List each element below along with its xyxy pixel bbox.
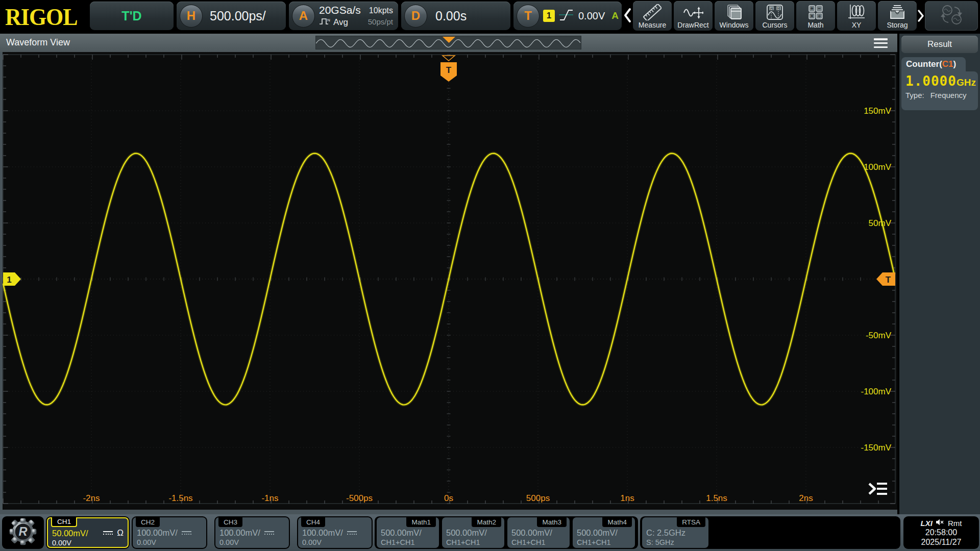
menu-button-measure[interactable]: Measure [633,1,672,31]
ch3-tab: CH3 [218,517,242,527]
rtsa-tab: RTSA [677,517,705,527]
xy-icon [847,4,866,21]
trigger-sweep-mode: A [611,10,619,21]
x-axis-label: 0s [444,493,453,503]
speaker-muted-icon [936,518,945,528]
toolbar-collapse-left-icon[interactable] [623,7,631,23]
menu-button-math[interactable]: +− ×÷ Math [796,1,835,31]
delay-settings-button[interactable]: D 0.00s [401,2,510,30]
ch1-scale: 50.00mV/ [52,529,88,538]
counter-source: C1 [942,59,953,69]
y-axis-label: -150mV [861,443,891,453]
trigger-level-value: 0.00V [578,10,605,22]
remote-badge: Rmt [948,519,962,528]
menu-label: Storag [887,21,908,29]
trigger-knob[interactable]: T [517,5,540,28]
y-axis-label: -50mV [866,331,892,340]
math2-card[interactable]: Math2 500.00mV/ CH1+CH1 [442,517,504,548]
sample-rate-value: 20GSa/s [319,4,361,16]
channel-card-ch4-block: CH4 100.00mV/ 0.00V [297,516,373,549]
math1-tab: Math1 [406,517,436,527]
x-axis-label: 500ps [526,493,550,503]
ch4-scale: 100.00mV/ [302,528,343,538]
counter-type-label: Type: [905,91,924,99]
delay-knob[interactable]: D [404,5,427,28]
svg-text:×: × [811,13,814,19]
dc-coupling-icon [103,531,113,536]
math4-scale: 500.00mV/ [577,528,618,538]
grid-menu-expand-icon[interactable] [866,480,890,498]
impedance-icon: Ω [117,528,124,538]
memory-depth-value: 10kpts [369,6,393,15]
horizontal-knob[interactable]: H [180,5,203,28]
channel-card-ch1-block: CH1 50.00mV/ Ω 0.00V [46,516,130,549]
draw-rect-icon [683,4,703,21]
menu-button-cursors[interactable]: A B Cursors [755,1,794,31]
system-time: 20:58:00 [925,528,957,537]
rtsa-card[interactable]: RTSA C: 2.5GHz S: 5GHz [642,517,708,548]
x-axis-label: -2ns [83,493,100,503]
rigol-gear-icon: R [8,517,38,548]
math4-card[interactable]: Math4 500.00mV/ CH1+CH1 [573,517,635,548]
menu-button-storage[interactable]: Storag [878,1,917,31]
record-preview-strip[interactable] [315,36,581,49]
channel-card-ch1[interactable]: CH1 50.00mV/ Ω 0.00V [47,517,129,548]
channel-card-ch2[interactable]: CH2 100.00mV/ 0.00V [133,517,206,548]
channel1-level-marker[interactable] [3,272,21,286]
y-axis-label: 100mV [864,162,892,172]
system-date: 2025/11/27 [921,537,962,547]
menu-button-xy[interactable]: XY [837,1,876,31]
menu-button-drawrect[interactable]: DrawRect [674,1,713,31]
math2-expr: CH1+CH1 [446,538,500,546]
x-axis-label: 1.5ns [706,493,727,503]
ch2-tab: CH2 [136,517,160,527]
svg-text:+: + [811,6,814,11]
result-panel-header[interactable]: Result [901,36,978,53]
trigger-status-button[interactable]: T'D [90,2,174,30]
channel-card-ch4[interactable]: CH4 100.00mV/ 0.00V [298,517,372,548]
counter-result-card[interactable]: Counter(C1) 1.0000 GHz Type: Frequency [901,57,978,111]
math4-tab: Math4 [602,517,632,527]
trigger-level-label: T [886,275,891,285]
trigger-position-label: T [446,65,452,75]
math3-card[interactable]: Math3 500.00mV/ CH1+CH1 [507,517,570,548]
top-toolbar: RIGOL T'D H 500.00ps/ A 20GSa/s N [0,0,980,32]
screen-edge-bottom [0,510,897,514]
acquisition-settings-button[interactable]: A 20GSa/s N Avg 10kpts [289,2,398,30]
math1-card[interactable]: Math1 500.00mV/ CH1+CH1 [377,517,439,548]
menu-button-windows[interactable]: Windows [715,1,753,31]
system-status-card[interactable]: LXI Rmt 20:58:00 2025/11/27 [903,516,979,549]
source-switch-button-disabled [925,1,978,31]
trigger-position-outline-icon[interactable] [443,56,455,61]
preview-trigger-position-icon[interactable] [443,37,455,43]
acquisition-knob[interactable]: A [292,5,315,28]
windows-icon [725,4,743,21]
toolbar-expand-right-icon[interactable] [917,9,925,26]
counter-value: 1.0000 [905,73,957,89]
math1-scale: 500.00mV/ [381,528,422,538]
dc-coupling-icon [347,531,357,536]
rtsa-span: S: 5GHz [646,538,704,546]
trigger-source-badge[interactable]: 1 [543,10,555,22]
x-axis-label: 1ns [620,493,634,503]
system-gear-button[interactable]: R [2,516,44,549]
delay-value: 0.00s [435,9,467,23]
cycle-waveforms-icon [937,3,966,29]
channel-card-ch3[interactable]: CH3 100.00mV/ 0.00V [215,517,289,548]
horizontal-settings-button[interactable]: H 500.00ps/ [177,2,286,30]
math-cards-block: Math1 500.00mV/ CH1+CH1 Math2 500.00mV/ … [375,516,638,549]
hamburger-menu-icon[interactable] [874,38,888,48]
x-axis-label: -500ps [346,493,373,503]
counter-result-title: Counter(C1) [901,57,966,71]
math1-expr: CH1+CH1 [381,538,435,546]
ch1-offset: 0.00V [52,539,124,547]
screen-edge-left [0,52,3,514]
pulse-avg-icon: N [319,17,331,28]
waveform-view-title: Waveform View [6,37,70,48]
rtsa-block: RTSA C: 2.5GHz S: 5GHz [640,516,900,549]
menu-label: Windows [720,21,749,29]
trigger-settings-button[interactable]: T 1 0.00V A [513,2,622,30]
oscilloscope-screen: RIGOL T'D H 500.00ps/ A 20GSa/s N [0,0,980,551]
menu-label: Measure [639,21,666,29]
acq-mode-value: Avg [333,17,348,28]
